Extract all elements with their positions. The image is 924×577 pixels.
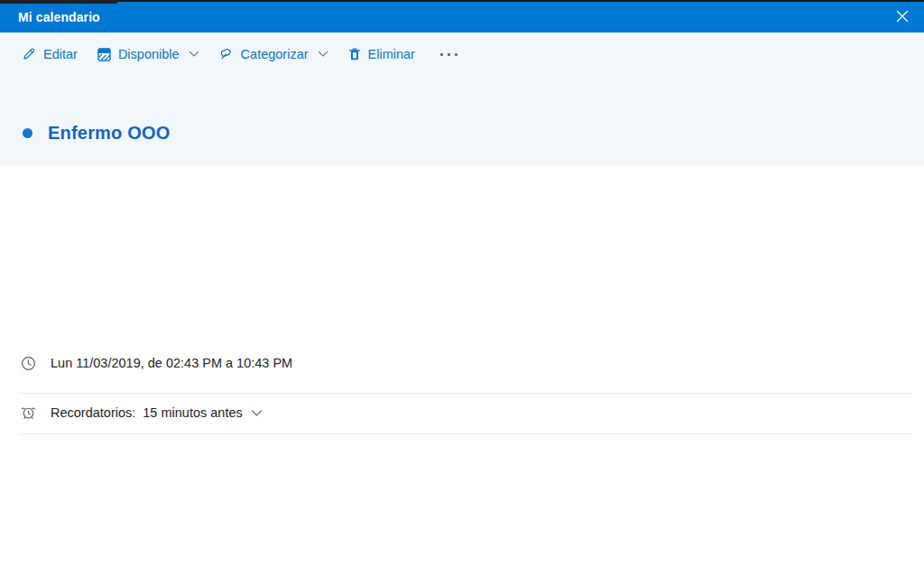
event-toolbar: Editar Disponible	[22, 40, 463, 69]
trash-icon	[348, 47, 361, 61]
underlying-window-edge	[0, 0, 924, 2]
dialog-title: Mi calendario	[18, 10, 100, 24]
categorize-button[interactable]: Categorizar	[219, 47, 328, 61]
dialog-titlebar: Mi calendario	[0, 2, 924, 33]
divider	[18, 393, 912, 394]
reminder-value[interactable]: 15 minutos antes	[143, 405, 242, 420]
reminder-row: Recordatorios: 15 minutos antes	[21, 401, 263, 424]
underlying-window-edge-left	[0, 0, 117, 4]
calendar-color-dot	[23, 128, 32, 138]
event-datetime: Lun 11/03/2019, de 02:43 PM a 10:43 PM	[51, 356, 292, 370]
pencil-icon	[22, 47, 36, 61]
chevron-down-icon	[189, 51, 199, 58]
reminder-label: Recordatorios:	[51, 405, 135, 420]
tag-icon	[219, 47, 234, 61]
more-ellipsis-icon	[440, 53, 457, 56]
clock-icon	[21, 356, 36, 371]
divider	[18, 433, 912, 434]
chevron-down-icon	[318, 51, 328, 58]
delete-button-label: Eliminar	[368, 47, 415, 61]
event-title: Enfermo OOO	[48, 123, 171, 144]
close-icon	[896, 10, 909, 25]
event-details: Lun 11/03/2019, de 02:43 PM a 10:43 PM R…	[0, 165, 924, 577]
datetime-row: Lun 11/03/2019, de 02:43 PM a 10:43 PM	[21, 351, 292, 375]
chevron-down-icon[interactable]	[251, 409, 263, 417]
more-actions-button[interactable]	[435, 50, 463, 60]
alarm-icon	[21, 405, 36, 421]
show-as-button-label: Disponible	[118, 47, 180, 61]
busy-status-icon	[97, 48, 111, 61]
delete-button[interactable]: Eliminar	[348, 47, 415, 61]
edit-button[interactable]: Editar	[22, 47, 78, 61]
event-title-row: Enfermo OOO	[23, 120, 171, 145]
event-header-section: Editar Disponible	[0, 33, 924, 165]
show-as-button[interactable]: Disponible	[97, 47, 199, 61]
close-button[interactable]	[890, 5, 915, 30]
edit-button-label: Editar	[43, 47, 78, 61]
categorize-button-label: Categorizar	[241, 47, 309, 61]
